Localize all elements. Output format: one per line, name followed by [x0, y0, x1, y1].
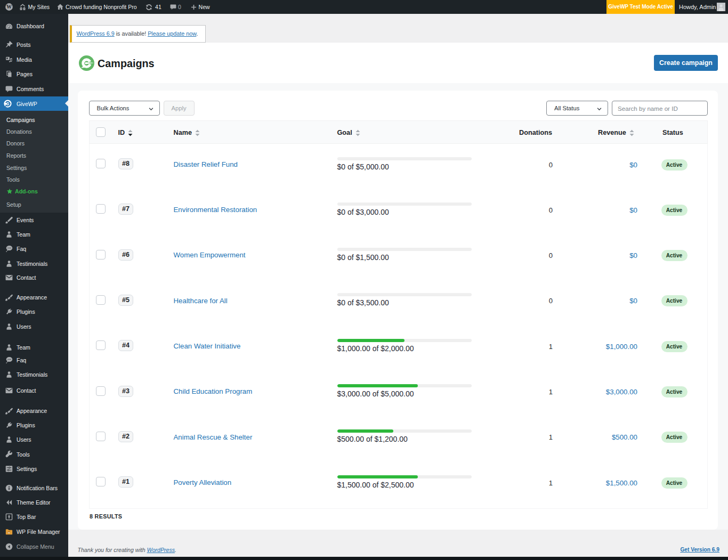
svg-text:W: W	[6, 4, 12, 10]
svg-text:w: w	[7, 531, 10, 534]
